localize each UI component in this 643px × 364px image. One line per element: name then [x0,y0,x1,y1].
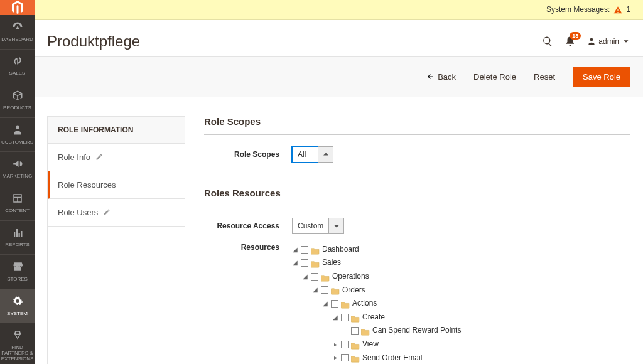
checkbox[interactable] [331,300,338,308]
stores-icon [12,261,23,274]
header-tools: 13 admin [542,36,630,47]
role-scopes-select[interactable]: All [292,146,333,163]
tree-node-orders[interactable]: ◢Orders [312,284,461,297]
tree-label: Send Order Email [362,351,422,364]
field-label: Role Scopes [204,150,292,159]
checkbox[interactable] [301,246,308,254]
select-value: All [292,146,318,163]
tab-label: Role Users [58,208,98,217]
tree-toggle[interactable]: ◢ [292,260,298,266]
tab-role-resources[interactable]: Role Resources [48,171,185,199]
sidebar-item-sales[interactable]: SALES [0,50,35,84]
sidebar-item-products[interactable]: PRODUCTS [0,83,35,118]
sidebar-item-stores[interactable]: STORES [0,255,35,289]
notifications-button[interactable]: 13 [565,36,576,47]
sidebar-item-reports[interactable]: REPORTS [0,221,35,255]
delete-role-button[interactable]: Delete Role [473,72,516,82]
save-role-button[interactable]: Save Role [573,67,630,87]
tree-node-dashboard[interactable]: ◢Dashboard [292,243,461,257]
partners-icon [12,329,23,343]
tree-label: Sales [322,256,341,270]
role-scopes-section: Role Scopes Role Scopes All [204,116,630,163]
magento-logo[interactable] [0,0,35,15]
resource-access-select[interactable]: Custom [292,218,344,234]
tree-label: Operations [332,270,369,284]
sidebar-item-customers[interactable]: CUSTOMERS [0,118,35,153]
checkbox[interactable] [341,341,349,348]
tree-node-sales[interactable]: ◢Sales [292,256,461,270]
dashboard-icon [12,21,23,35]
tree-toggle[interactable]: ◢ [322,301,328,307]
sidebar-item-marketing[interactable]: MARKETING [0,152,35,186]
page-title: Produktpflege [47,33,140,50]
reports-icon [12,227,23,240]
customers-icon [12,124,23,137]
system-messages-label: System Messages: [546,5,610,14]
sidebar-item-label: SALES [9,71,26,77]
folder-icon [351,314,360,321]
checkbox[interactable] [311,273,318,281]
select-toggle[interactable] [329,218,344,234]
back-button[interactable]: Back [426,72,456,82]
tree-label: View [362,338,379,351]
notifications-badge: 13 [570,32,581,40]
folder-icon [311,259,320,267]
tree-node-send_order_email[interactable]: ▸Send Order Email [332,351,461,364]
sidebar-item-label: PRODUCTS [3,105,31,111]
tab-label: Role Resources [58,180,116,190]
tree-toggle[interactable]: ◢ [302,274,308,280]
checkbox[interactable] [341,354,349,361]
user-icon [587,37,596,46]
sidebar-item-content[interactable]: CONTENT [0,186,35,221]
sidebar-item-system[interactable]: SYSTEM [0,289,35,324]
sidebar-item-label: MARKETING [3,174,33,179]
sidebar-item-label: CUSTOMERS [1,140,33,146]
folder-icon [341,300,350,308]
tree-label: Can Spend Reward Points [372,324,461,338]
sales-icon [12,56,23,69]
role-info-panel: ROLE INFORMATION Role Info Role Resource… [47,116,185,364]
pencil-icon [103,208,111,216]
roles-resources-section: Roles Resources Resource Access Custom R… [204,188,630,364]
tab-role-users[interactable]: Role Users [48,199,185,227]
select-toggle[interactable] [318,146,333,163]
checkbox[interactable] [341,314,349,321]
tree-toggle[interactable]: ◢ [332,314,338,321]
checkbox[interactable] [321,286,328,294]
admin-dropdown[interactable]: admin [587,37,630,46]
gear-icon [12,296,23,309]
tree-node-view[interactable]: ▸View [332,338,461,351]
search-button[interactable] [542,36,553,47]
sidebar-item-dashboard[interactable]: DASHBOARD [0,15,35,50]
checkbox[interactable] [351,327,359,335]
tree-label: Dashboard [322,243,359,257]
resource-tree: ◢Dashboard◢Sales◢Operations◢Orders◢Actio… [292,243,461,364]
tree-toggle[interactable]: ▸ [332,341,338,348]
sidebar-item-label: DASHBOARD [1,37,33,43]
sidebar-item-label: CONTENT [5,208,30,214]
main-content: System Messages: 1 Produktpflege 13 admi… [35,0,643,364]
field-label: Resource Access [204,222,292,230]
reset-button[interactable]: Reset [534,72,555,82]
tree-toggle[interactable]: ▸ [332,355,338,361]
checkbox[interactable] [301,259,308,267]
panel-title: ROLE INFORMATION [48,117,185,144]
tree-toggle[interactable]: ◢ [292,247,298,253]
tree-node-actions[interactable]: ◢Actions [322,297,461,311]
page-header: Produktpflege 13 admin [35,20,643,56]
sidebar-item-partners[interactable]: FIND PARTNERS & EXTENSIONS [0,323,35,364]
system-messages-bar[interactable]: System Messages: 1 [35,0,643,20]
tree-node-create[interactable]: ◢Create [332,311,461,324]
tree-node-operations[interactable]: ◢Operations [302,270,461,284]
field-label: Resources [204,243,292,252]
search-icon [542,36,553,47]
tree-node-can_spend[interactable]: Can Spend Reward Points [342,324,461,338]
system-messages-count: 1 [626,5,630,14]
section-title: Role Scopes [204,116,630,135]
tree-toggle[interactable]: ◢ [312,287,318,293]
main-sidebar: DASHBOARD SALES PRODUCTS CUSTOMERS MARKE… [0,0,35,364]
tab-role-info[interactable]: Role Info [48,144,185,171]
arrow-left-icon [426,73,434,80]
marketing-icon [12,158,23,171]
folder-icon [351,354,360,361]
